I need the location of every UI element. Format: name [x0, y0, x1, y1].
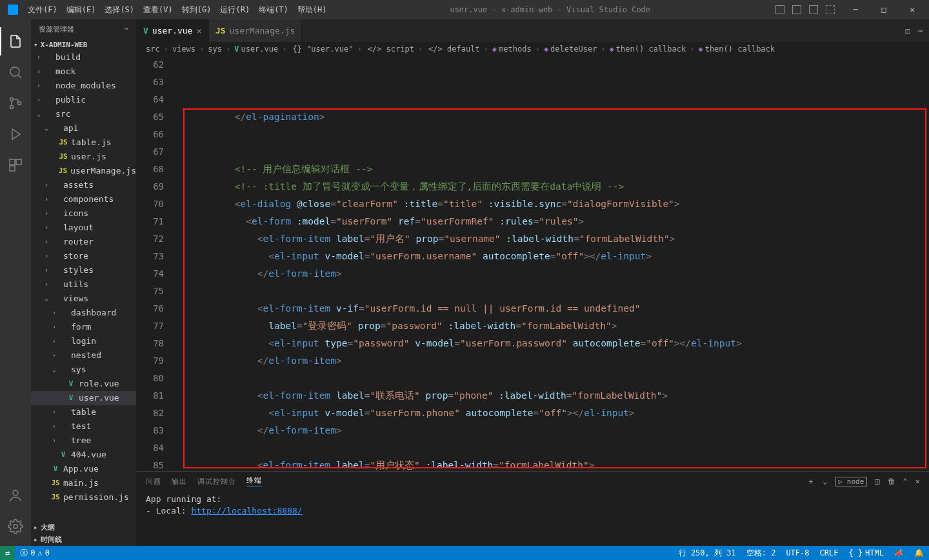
file-user.js[interactable]: JSuser.js — [31, 150, 136, 164]
file-role.vue[interactable]: Vrole.vue — [31, 377, 136, 391]
kill-terminal-icon[interactable]: 🗑 — [888, 477, 895, 486]
activity-debug-icon[interactable] — [0, 119, 31, 150]
breadcrumb-item[interactable]: sys — [208, 45, 222, 54]
sidebar-timeline[interactable]: ▸ 时间线 — [31, 534, 136, 546]
folder-dashboard[interactable]: ›dashboard — [31, 306, 136, 320]
folder-form[interactable]: ›form — [31, 320, 136, 334]
toggle-panel-bottom-icon[interactable] — [792, 5, 801, 14]
panel-tab-debug[interactable]: 调试控制台 — [197, 477, 236, 486]
breadcrumb-item[interactable]: ◈deleteUser — [544, 45, 597, 54]
status-cursor[interactable]: 行 250, 列 31 — [674, 548, 741, 559]
split-terminal-icon[interactable]: ◫ — [875, 477, 879, 486]
file-userManage.js[interactable]: JSuserManage.js — [31, 164, 136, 178]
menu-help[interactable]: 帮助(H) — [293, 0, 332, 19]
breadcrumb-item[interactable]: {} "user.vue" — [290, 45, 353, 54]
menu-terminal[interactable]: 终端(T) — [254, 0, 293, 19]
folder-router[interactable]: ›router — [31, 235, 136, 249]
folder-layout[interactable]: ›layout — [31, 221, 136, 235]
terminal-link[interactable]: http://localhost:8888/ — [191, 506, 302, 515]
folder-utils[interactable]: ›utils — [31, 277, 136, 292]
folder-mock[interactable]: ›mock — [31, 65, 136, 79]
activity-account-icon[interactable] — [0, 480, 31, 511]
breadcrumb-item[interactable]: ◈then() callback — [610, 45, 686, 54]
panel-tab-output[interactable]: 输出 — [172, 477, 187, 486]
window-maximize[interactable]: □ — [870, 0, 898, 19]
panel-tab-terminal[interactable]: 终端 — [246, 475, 262, 487]
folder-login[interactable]: ›login — [31, 334, 136, 348]
menu-edit[interactable]: 编辑(E) — [62, 0, 101, 19]
tab-user-vue[interactable]: V user.vue × — [137, 19, 209, 42]
breadcrumb-item[interactable]: </> default — [426, 45, 479, 54]
status-encoding[interactable]: UTF-8 — [781, 548, 814, 559]
file-main.js[interactable]: JSmain.js — [31, 476, 136, 490]
folder-test[interactable]: ›test — [31, 419, 136, 434]
panel-close-icon[interactable]: ✕ — [915, 477, 920, 486]
menu-run[interactable]: 运行(R) — [215, 0, 254, 19]
folder-table[interactable]: ›table — [31, 405, 136, 419]
folder-src[interactable]: ⌄src — [31, 107, 136, 121]
breadcrumb-item[interactable]: ◈methods — [492, 45, 532, 54]
terminal-body[interactable]: App running at: - Local: http://localhos… — [137, 491, 929, 546]
folder-store[interactable]: ›store — [31, 249, 136, 263]
toggle-panel-left-icon[interactable] — [775, 5, 784, 14]
editor-breadcrumbs[interactable]: src›views›sys›Vuser.vue›{} "user.vue"›</… — [137, 42, 929, 56]
breadcrumb-item[interactable]: views — [172, 45, 195, 54]
breadcrumb-item[interactable]: Vuser.vue — [234, 45, 278, 54]
activity-scm-icon[interactable] — [0, 88, 31, 119]
folder-components[interactable]: ›components — [31, 192, 136, 206]
activity-extensions-icon[interactable] — [0, 150, 31, 181]
file-tree[interactable]: ›build›mock›node_modules›public⌄src⌄apiJ… — [31, 50, 136, 521]
folder-views[interactable]: ⌄views — [31, 292, 136, 306]
tab-usermanage-js[interactable]: JS userManage.js — [209, 19, 302, 42]
status-feedback-icon[interactable]: 📣 — [889, 548, 909, 559]
folder-public[interactable]: ›public — [31, 93, 136, 107]
breadcrumb-item[interactable]: ◈then() callback — [698, 45, 775, 54]
folder-build[interactable]: ›build — [31, 50, 136, 65]
file-permission.js[interactable]: JSpermission.js — [31, 490, 136, 505]
code-editor[interactable]: 6263646566676869707172737475767778798081… — [137, 56, 929, 471]
menu-go[interactable]: 转到(G) — [177, 0, 216, 19]
terminal-new-icon[interactable]: ＋ — [807, 476, 815, 487]
folder-icons[interactable]: ›icons — [31, 206, 136, 221]
status-bell-icon[interactable]: 🔔 — [909, 548, 929, 559]
folder-api[interactable]: ⌄api — [31, 121, 136, 135]
panel-maximize-icon[interactable]: ⌃ — [903, 477, 908, 486]
folder-tree[interactable]: ›tree — [31, 434, 136, 448]
breadcrumb-item[interactable]: </> script — [366, 45, 414, 54]
status-indent[interactable]: 空格: 2 — [741, 548, 781, 559]
tab-close-icon[interactable]: × — [196, 26, 201, 36]
menu-file[interactable]: 文件(F) — [23, 0, 62, 19]
folder-sys[interactable]: ⌄sys — [31, 363, 136, 377]
folder-node_modules[interactable]: ›node_modules — [31, 79, 136, 93]
window-minimize[interactable]: ─ — [841, 0, 870, 19]
code-content[interactable]: </el-pagination> <!-- 用户信息编辑对话框 --> <!--… — [181, 56, 929, 471]
sidebar-more-icon[interactable]: ⋯ — [124, 25, 128, 34]
file-App.vue[interactable]: VApp.vue — [31, 462, 136, 476]
customize-layout-icon[interactable] — [826, 5, 835, 14]
terminal-shell[interactable]: ▷ node — [835, 477, 868, 486]
folder-assets[interactable]: ›assets — [31, 178, 136, 192]
folder-styles[interactable]: ›styles — [31, 263, 136, 277]
activity-explorer-icon[interactable] — [0, 26, 31, 57]
file-user.vue[interactable]: Vuser.vue — [31, 391, 136, 405]
file-404.vue[interactable]: V404.vue — [31, 448, 136, 462]
toggle-panel-right-icon[interactable] — [809, 5, 818, 14]
split-editor-icon[interactable]: ◫ — [906, 26, 910, 35]
window-close[interactable]: ✕ — [898, 0, 926, 19]
sidebar-project-header[interactable]: ▾ X-ADMIN-WEB — [31, 39, 136, 50]
tab-more-icon[interactable]: ⋯ — [918, 26, 923, 35]
sidebar-outline[interactable]: ▸ 大纲 — [31, 521, 136, 534]
folder-nested[interactable]: ›nested — [31, 348, 136, 363]
status-remote-icon[interactable]: ⇄ — [0, 546, 15, 560]
activity-settings-icon[interactable] — [0, 511, 31, 542]
panel-tab-problems[interactable]: 问题 — [146, 477, 161, 486]
status-lang[interactable]: { } HTML — [843, 548, 889, 559]
status-errors[interactable]: ⓧ 0 ⚠ 0 — [15, 548, 55, 559]
breadcrumb-item[interactable]: src — [146, 45, 160, 54]
status-eol[interactable]: CRLF — [815, 548, 844, 559]
activity-search-icon[interactable] — [0, 57, 31, 88]
menu-select[interactable]: 选择(S) — [100, 0, 139, 19]
terminal-dropdown-icon[interactable]: ⌄ — [823, 477, 827, 486]
file-table.js[interactable]: JStable.js — [31, 135, 136, 150]
menu-view[interactable]: 查看(V) — [139, 0, 177, 19]
